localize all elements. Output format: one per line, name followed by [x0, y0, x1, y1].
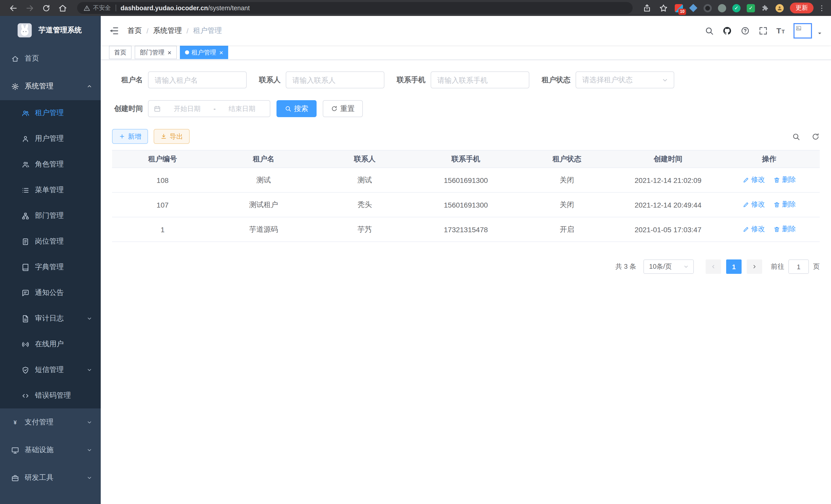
- refresh-icon: [331, 105, 338, 112]
- page-1-button[interactable]: 1: [726, 260, 742, 274]
- reload-icon[interactable]: [41, 3, 51, 12]
- sidebar-item-role-management[interactable]: 角色管理: [0, 152, 101, 177]
- bookmark-star-icon[interactable]: [659, 3, 668, 12]
- tenant-name-input[interactable]: [148, 71, 247, 88]
- extension-icon-6[interactable]: ✓: [747, 4, 755, 12]
- browser-menu-icon[interactable]: [818, 4, 826, 12]
- tab-2[interactable]: 部门管理×: [135, 46, 176, 59]
- browser-profile-icon[interactable]: [775, 4, 784, 12]
- sidebar-item-menu-management[interactable]: 菜单管理: [0, 177, 101, 203]
- app-logo[interactable]: 芋道管理系统: [0, 16, 101, 45]
- sidebar-item-dev-tools[interactable]: 研发工具: [0, 464, 101, 492]
- screen: 不安全 dashboard.yudao.iocoder.cn/system/te…: [0, 0, 831, 504]
- refresh-table-icon[interactable]: [811, 132, 820, 141]
- contact-label: 联系人: [259, 75, 281, 85]
- extension-icon-1[interactable]: 10: [675, 4, 683, 12]
- sidebar-item-online-users[interactable]: 在线用户: [0, 331, 101, 357]
- sidebar-item-notice[interactable]: 通知公告: [0, 280, 101, 306]
- back-icon[interactable]: [9, 3, 18, 12]
- github-icon[interactable]: [722, 26, 732, 35]
- tab-1[interactable]: 首页: [109, 46, 132, 59]
- sidebar-item-error-code-management[interactable]: 错误码管理: [0, 383, 101, 409]
- edit-icon: [742, 177, 749, 183]
- extensions-puzzle-icon[interactable]: [761, 4, 769, 12]
- end-date-placeholder: 结束日期: [219, 104, 265, 113]
- extension-icon-5[interactable]: ✓: [732, 4, 741, 12]
- tenant-name-label: 租户名: [112, 75, 143, 85]
- chevron-down-icon: [661, 76, 668, 84]
- forward-icon[interactable]: [25, 3, 34, 12]
- help-icon[interactable]: [740, 26, 749, 35]
- contact-input[interactable]: [286, 71, 384, 88]
- export-button[interactable]: 导出: [154, 129, 190, 144]
- sidebar-toggle-icon[interactable]: [109, 25, 119, 36]
- add-button[interactable]: 新增: [112, 129, 148, 144]
- page-size-select[interactable]: 10条/页: [643, 260, 694, 274]
- sidebar-item-tenant-management[interactable]: 租户管理: [0, 100, 101, 126]
- breadcrumb-item-2[interactable]: 系统管理: [153, 26, 182, 35]
- goto-page-input[interactable]: [789, 260, 809, 274]
- delete-link[interactable]: 删除: [773, 175, 796, 185]
- avatar-caret-icon[interactable]: [816, 30, 823, 36]
- delete-link[interactable]: 删除: [773, 200, 796, 209]
- edit-link[interactable]: 修改: [742, 200, 765, 209]
- sidebar-item-user-management[interactable]: 用户管理: [0, 126, 101, 152]
- cell-created: 2021-12-14 20:49:44: [618, 192, 718, 217]
- edit-link[interactable]: 修改: [742, 175, 765, 185]
- cell-phone: 15601691300: [415, 192, 516, 217]
- extension-icon-4[interactable]: [718, 4, 726, 12]
- toggle-search-icon[interactable]: [792, 132, 800, 141]
- table-row: 1芋道源码芋艿17321315478开启2021-01-05 17:03:47修…: [112, 217, 820, 242]
- fullscreen-icon[interactable]: [758, 26, 768, 35]
- sidebar-menu: 首页系统管理租户管理用户管理角色管理菜单管理部门管理岗位管理字典管理通知公告审计…: [0, 45, 101, 492]
- reset-button[interactable]: 重置: [323, 100, 363, 117]
- signal-icon: [22, 340, 29, 348]
- edit-icon: [742, 201, 749, 208]
- edit-link[interactable]: 修改: [742, 225, 765, 234]
- share-icon[interactable]: [642, 3, 652, 12]
- phone-input[interactable]: [431, 71, 529, 88]
- breadcrumb-item-1[interactable]: 首页: [127, 26, 142, 35]
- user-avatar[interactable]: [794, 23, 812, 38]
- sidebar-item-sms-management[interactable]: 短信管理: [0, 357, 101, 383]
- status-placeholder: 请选择租户状态: [582, 75, 661, 85]
- book-icon: [22, 263, 29, 271]
- sidebar-item-audit-log[interactable]: 审计日志: [0, 306, 101, 331]
- column-header: 租户名: [213, 150, 314, 168]
- cell-actions: 修改删除: [718, 192, 820, 217]
- url-text: dashboard.yudao.iocoder.cn/system/tenant: [120, 4, 250, 11]
- extension-icon-2[interactable]: [689, 4, 697, 12]
- column-header: 联系人: [314, 150, 415, 168]
- sidebar-item-dept-management[interactable]: 部门管理: [0, 203, 101, 229]
- extension-badge: 10: [678, 8, 686, 14]
- sidebar-item-post-management[interactable]: 岗位管理: [0, 229, 101, 254]
- tab-3[interactable]: 租户管理×: [180, 46, 228, 59]
- url-bar[interactable]: 不安全 dashboard.yudao.iocoder.cn/system/te…: [77, 2, 633, 14]
- sidebar-item-infrastructure[interactable]: 基础设施: [0, 436, 101, 464]
- date-range-picker[interactable]: 开始日期 - 结束日期: [148, 100, 270, 117]
- status-select[interactable]: 请选择租户状态: [576, 71, 674, 88]
- sidebar-item-system-management[interactable]: 系统管理: [0, 72, 101, 100]
- extension-icon-3[interactable]: [704, 4, 712, 12]
- security-label[interactable]: 不安全: [93, 4, 111, 12]
- breadcrumb-item-3: 租户管理: [193, 26, 222, 35]
- delete-link[interactable]: 删除: [773, 225, 796, 234]
- browser-home-icon[interactable]: [58, 3, 67, 12]
- font-size-icon[interactable]: TT: [776, 27, 785, 34]
- close-tab-icon[interactable]: ×: [219, 49, 223, 56]
- search-button[interactable]: 搜索: [277, 100, 317, 117]
- column-header: 租户编号: [112, 150, 213, 168]
- sidebar-item-payment-management[interactable]: ¥支付管理: [0, 409, 101, 436]
- header-search-icon[interactable]: [704, 26, 714, 35]
- close-tab-icon[interactable]: ×: [168, 49, 171, 56]
- prev-page-button[interactable]: [706, 260, 721, 274]
- sidebar-item-label: 菜单管理: [35, 185, 64, 195]
- cell-id: 107: [112, 192, 213, 217]
- sidebar-item-home[interactable]: 首页: [0, 45, 101, 72]
- browser-update-button[interactable]: 更新: [790, 3, 813, 13]
- sidebar-item-label: 错误码管理: [35, 391, 71, 400]
- next-page-button[interactable]: [747, 260, 762, 274]
- sidebar-item-dict-management[interactable]: 字典管理: [0, 254, 101, 280]
- cell-contact: 芋艿: [314, 217, 415, 242]
- status-label: 租户状态: [542, 75, 570, 85]
